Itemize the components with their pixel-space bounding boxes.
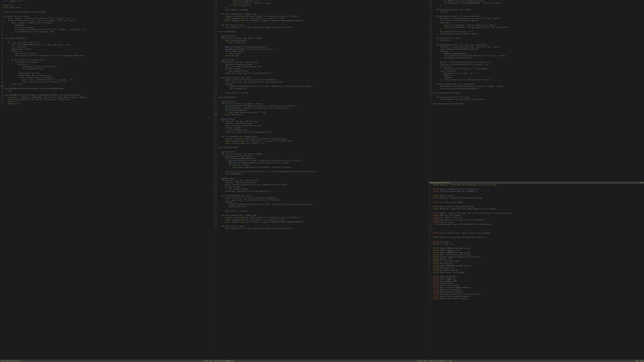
status-right-pos: 60,1 [635, 360, 640, 362]
gutter-mid: 59 60 61 62 63 64 65 66 67 68 69 70 71 7… [214, 0, 218, 360]
pane-left[interactable]: 1 2 3 4 5 6 7 8 9 10 11 12 13 14 15 16 1… [0, 0, 214, 360]
status-left-file: flask_apispec/views.py [0, 360, 21, 362]
status-right-mode: Bot [640, 360, 644, 362]
gutter-right-top: 27 28 29 30 31 32 33 34 35 36 37 38 39 4… [429, 0, 433, 182]
pane-middle[interactable]: 59 60 61 62 63 64 65 66 67 68 69 70 71 7… [214, 0, 429, 360]
status-mid-mode: Bot [424, 360, 428, 362]
code-mid[interactable]: class="str">'required': False, class="st… [218, 0, 429, 360]
git-log-body[interactable]: * 5ed44b5 Merge pull request #36 from el… [429, 184, 644, 360]
status-left-pos: 40,18 [204, 360, 209, 362]
pane-right-bottom[interactable]: flask_apispec/apidoc.py 79% * 5ed44b5 Me… [429, 182, 644, 360]
pane-right: 27 28 29 30 31 32 33 34 35 36 37 38 39 4… [429, 0, 644, 360]
code-right-top[interactable]: for method, view in six.iteritems(operat… [433, 0, 644, 182]
code-left[interactable]: # -*- coding: utf-8 -*- import six impor… [4, 0, 214, 360]
gutter-left: 1 2 3 4 5 6 7 8 9 10 11 12 13 14 15 16 1… [0, 0, 4, 360]
status-right-file: term://.//.11369:zsh 3zsh [428, 360, 453, 362]
git-log-path: flask_apispec/apidoc.py [430, 182, 450, 184]
editor-split-container: 1 2 3 4 5 6 7 8 9 10 11 12 13 14 15 16 1… [0, 0, 644, 360]
status-mid-pos: 111,0-1 [416, 360, 424, 362]
git-log-pct: 79% [641, 182, 643, 184]
status-left-mode: All [209, 360, 213, 362]
statusbar: flask_apispec/views.py 40,18 All tests/t… [0, 360, 644, 362]
git-log-header: flask_apispec/apidoc.py 79% [429, 182, 644, 184]
status-mid-file: tests/test_swagger.py [214, 360, 234, 362]
pane-right-top[interactable]: 27 28 29 30 31 32 33 34 35 36 37 38 39 4… [429, 0, 644, 182]
